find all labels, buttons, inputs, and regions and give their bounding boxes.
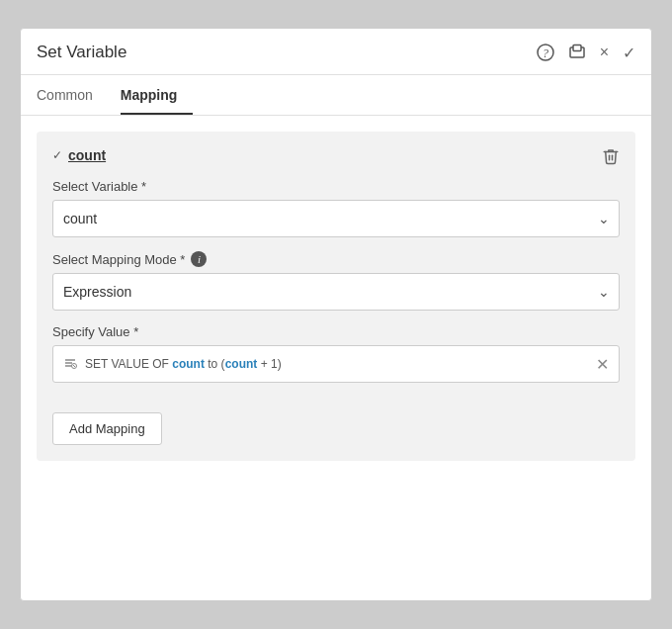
expression-box[interactable]: SET VALUE OF count to (count + 1) ✕	[52, 345, 620, 383]
info-icon[interactable]: i	[191, 251, 207, 267]
dialog-header: Set Variable ? × ✓	[21, 29, 651, 75]
specify-value-group: Specify Value * SET VALUE OF	[52, 324, 620, 383]
set-variable-dialog: Set Variable ? × ✓ Common Mapping	[20, 28, 652, 601]
select-mapping-input[interactable]: Expression	[52, 273, 620, 311]
expression-text: SET VALUE OF count to (count + 1)	[85, 357, 583, 371]
select-variable-input[interactable]: count	[52, 200, 620, 237]
specify-value-label: Specify Value *	[52, 324, 620, 339]
select-mapping-label: Select Mapping Mode * i	[52, 251, 620, 267]
expression-icon	[63, 356, 77, 373]
confirm-icon[interactable]: ✓	[623, 44, 635, 62]
select-variable-group: Select Variable * count ⌄	[52, 179, 620, 237]
add-mapping-button[interactable]: Add Mapping	[52, 412, 162, 445]
section-header: ✓ count	[52, 147, 620, 163]
select-mapping-group: Select Mapping Mode * i Expression ⌄	[52, 251, 620, 311]
tab-common[interactable]: Common	[37, 75, 109, 115]
header-icons: ? × ✓	[537, 44, 635, 62]
select-mapping-wrapper: Expression ⌄	[52, 273, 620, 311]
help-icon[interactable]: ?	[537, 44, 554, 61]
select-variable-label: Select Variable *	[52, 179, 620, 194]
svg-rect-3	[573, 45, 581, 51]
expand-icon[interactable]	[568, 44, 586, 61]
dialog-title: Set Variable	[37, 43, 537, 62]
content-area: ✓ count Select Variable * count	[21, 116, 651, 600]
svg-text:?: ?	[543, 46, 548, 60]
expression-clear-icon[interactable]: ✕	[596, 355, 609, 374]
tabs: Common Mapping	[21, 75, 651, 116]
tab-mapping[interactable]: Mapping	[121, 75, 194, 115]
collapse-icon[interactable]: ✓	[52, 148, 62, 162]
select-variable-wrapper: count ⌄	[52, 200, 620, 237]
delete-icon[interactable]	[602, 147, 620, 170]
close-icon[interactable]: ×	[600, 44, 609, 61]
section-title: count	[68, 147, 106, 163]
mapping-section: ✓ count Select Variable * count	[37, 132, 635, 461]
